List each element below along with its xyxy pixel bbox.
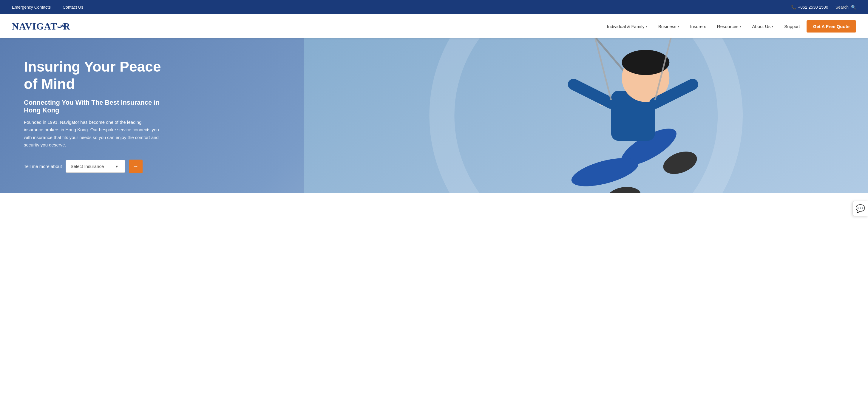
contact-us-link[interactable]: Contact Us [63, 5, 83, 9]
nav-item-about-us[interactable]: About Us ▾ [748, 22, 778, 31]
nav-item-insurers[interactable]: Insurers [686, 22, 711, 31]
whatsapp-icon: 💬 [856, 204, 865, 212]
hero-image [304, 38, 868, 193]
phone-text: +852 2530 2530 [798, 5, 828, 9]
search-container[interactable]: Search 🔍 [836, 5, 856, 9]
get-free-quote-button[interactable]: Get A Free Quote [807, 20, 856, 33]
hero-content: Insuring Your Peace of Mind Connecting Y… [0, 40, 173, 191]
top-bar: Emergency Contacts Contact Us 📞 +852 253… [0, 0, 868, 14]
hero-cta-row: Tell me more about Select Insurance ▾ → [24, 160, 161, 173]
chevron-down-icon-individual: ▾ [646, 25, 648, 28]
nav-label-resources: Resources [717, 24, 739, 29]
nav-item-support[interactable]: Support [780, 22, 804, 31]
chevron-down-icon-about: ▾ [772, 25, 773, 28]
hero-section: Insuring Your Peace of Mind Connecting Y… [0, 38, 868, 193]
nav-links: Individual & Family ▾ Business ▾ Insurer… [603, 20, 856, 33]
whatsapp-button[interactable]: 💬 [852, 201, 868, 211]
nav-label-insurers: Insurers [690, 24, 706, 29]
chevron-down-icon-resources: ▾ [740, 25, 742, 28]
nav-item-resources[interactable]: Resources ▾ [713, 22, 746, 31]
nav-label-individual-family: Individual & Family [607, 24, 645, 29]
nav-item-business[interactable]: Business ▾ [654, 22, 684, 31]
logo[interactable]: NAVIGAT⤻R [12, 21, 70, 32]
main-nav: NAVIGAT⤻R Individual & Family ▾ Business… [0, 14, 868, 38]
phone-icon: 📞 [791, 5, 796, 9]
top-bar-links: Emergency Contacts Contact Us [12, 5, 83, 9]
hero-subtitle: Connecting You With The Best Insurance i… [24, 99, 161, 114]
nav-label-business: Business [658, 24, 677, 29]
nav-item-individual-family[interactable]: Individual & Family ▾ [603, 22, 652, 31]
phone-number: 📞 +852 2530 2530 [791, 5, 828, 9]
nav-label-about-us: About Us [752, 24, 771, 29]
emergency-contacts-link[interactable]: Emergency Contacts [12, 5, 51, 9]
tell-me-label: Tell me more about [24, 164, 62, 169]
hero-description: Founded in 1991, Navigator has become on… [24, 119, 161, 149]
bottom-white-section [0, 193, 868, 211]
top-bar-right: 📞 +852 2530 2530 Search 🔍 [791, 5, 856, 9]
select-insurance-dropdown[interactable]: Select Insurance ▾ [66, 160, 125, 173]
submit-arrow-button[interactable]: → [129, 160, 143, 173]
hero-title: Insuring Your Peace of Mind [24, 58, 161, 93]
chevron-down-icon-select: ▾ [116, 164, 118, 169]
chevron-down-icon-business: ▾ [678, 25, 680, 28]
logo-text-part1: NAVIGAT [12, 21, 57, 32]
select-insurance-label: Select Insurance [71, 164, 104, 169]
nav-label-support: Support [784, 24, 800, 29]
search-text: Search [836, 5, 848, 9]
search-icon[interactable]: 🔍 [851, 5, 856, 9]
